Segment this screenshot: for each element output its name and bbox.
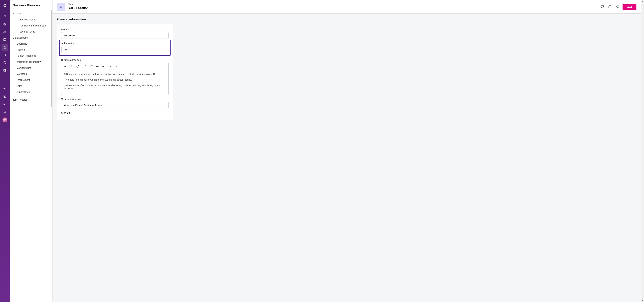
svg-point-19 (5, 81, 5, 81)
checkbox-icon[interactable] (2, 93, 8, 100)
header-actions: Save (600, 4, 636, 10)
rte-h2-button[interactable]: H2 (102, 65, 106, 68)
svg-line-32 (617, 7, 618, 7)
field-name: Name* (61, 28, 168, 39)
abbreviation-label: Abbreviation (62, 42, 168, 44)
main: Terms A/B Testing Save General informati… (52, 0, 641, 302)
more-icon[interactable] (2, 78, 8, 84)
book-icon[interactable] (2, 36, 8, 43)
abbreviation-input[interactable] (62, 46, 168, 53)
svg-point-1 (4, 15, 6, 17)
source-input[interactable] (61, 102, 168, 108)
activity-icon[interactable] (2, 101, 8, 107)
tree-item-finance[interactable]: Finance (10, 47, 52, 53)
clipboard-icon[interactable] (2, 44, 8, 51)
tree-item-security-terms[interactable]: Security Terms (10, 29, 52, 35)
app-root: RK Business Glossary ▾ Terms Business Te… (0, 0, 644, 302)
svg-point-20 (5, 82, 5, 82)
svg-rect-12 (5, 55, 6, 56)
svg-line-31 (617, 6, 618, 6)
svg-point-33 (84, 65, 84, 65)
inspect-icon[interactable] (2, 67, 8, 74)
svg-point-35 (84, 66, 84, 66)
tree-item-it[interactable]: Information Technology (10, 59, 52, 65)
tree-item-supply-chain[interactable]: Supply Chain (10, 89, 52, 95)
tree-group-terms[interactable]: ▾ Terms (10, 10, 52, 16)
svg-point-21 (4, 88, 5, 89)
tree-item-enterprise[interactable]: Enterprise (10, 41, 52, 47)
section-heading: General information (57, 17, 636, 21)
bell-icon[interactable] (2, 108, 8, 115)
tree-label: Terms (16, 12, 22, 15)
comment-icon[interactable] (600, 5, 604, 9)
rte-slash-button[interactable]: / (115, 65, 118, 68)
search-icon[interactable] (2, 13, 8, 20)
tree-item-manufacturing[interactable]: Manufacturing (10, 65, 52, 71)
svg-rect-10 (5, 54, 6, 54)
content-area: General information Name* Abbreviation B… (52, 13, 641, 302)
task-check-icon[interactable] (608, 5, 612, 9)
svg-line-2 (6, 17, 6, 18)
nav-rail: RK (0, 0, 10, 302)
svg-rect-27 (608, 5, 611, 8)
scroll-down-icon[interactable]: ▼ (641, 299, 644, 302)
field-definition: Business definition B I </> 123 (61, 59, 168, 95)
tree-item-business-terms[interactable]: Business Terms (10, 16, 52, 23)
rich-text-editor: B I </> 123 H1 H2 (61, 63, 168, 95)
name-label-text: Name (61, 28, 68, 31)
left-panel: Business Glossary ▾ Terms Business Terms… (10, 0, 52, 302)
tree: ▾ Terms Business Terms Key Performance I… (10, 10, 52, 302)
required-star: * (68, 28, 68, 31)
svg-text:3: 3 (90, 66, 90, 67)
svg-point-11 (4, 55, 4, 56)
highlighted-field-abbreviation: Abbreviation (59, 40, 170, 56)
tree-item-procurement[interactable]: Procurement (10, 77, 52, 83)
rte-code-button[interactable]: </> (76, 65, 80, 68)
svg-point-9 (4, 54, 4, 54)
name-label: Name* (61, 28, 168, 31)
hierarchy-icon[interactable] (2, 52, 8, 58)
breadcrumb[interactable]: Terms (68, 3, 600, 6)
tree-item-kpi[interactable]: Key Performance Indicator (10, 23, 52, 29)
save-button[interactable]: Save (622, 4, 636, 10)
shield-icon[interactable] (2, 59, 8, 66)
source-label: Term definition source (61, 98, 168, 101)
left-panel-title: Business Glossary (10, 0, 52, 10)
target-icon[interactable] (2, 21, 8, 27)
avatar[interactable]: RK (2, 117, 7, 122)
rte-ordered-list-button[interactable]: 123 (90, 64, 93, 68)
definition-label: Business definition (61, 59, 168, 61)
field-steward: Steward (61, 111, 168, 114)
steward-label: Steward (61, 111, 168, 114)
svg-rect-22 (4, 95, 6, 97)
rte-link-button[interactable] (108, 64, 112, 68)
window-scrollbar[interactable]: ▲ ▼ (641, 0, 644, 302)
crown-icon[interactable] (2, 28, 8, 35)
svg-point-5 (5, 24, 5, 24)
rte-bullet-list-button[interactable] (83, 64, 87, 68)
share-icon[interactable] (615, 5, 619, 9)
panel-scrollbar[interactable] (51, 10, 52, 107)
settings-icon[interactable] (2, 85, 8, 92)
field-source: Term definition source (61, 98, 168, 108)
name-input[interactable] (61, 32, 168, 39)
caret-down-icon: ▾ (13, 12, 15, 15)
svg-rect-15 (4, 69, 6, 71)
rte-toolbar: B I </> 123 H1 H2 (62, 63, 168, 70)
svg-point-18 (5, 80, 5, 80)
form-card: Name* Abbreviation Business definition B (57, 24, 172, 120)
svg-point-37 (84, 67, 84, 67)
scroll-up-icon[interactable]: ▲ (641, 0, 644, 3)
rte-h1-button[interactable]: H1 (96, 65, 99, 68)
definition-textarea[interactable]: A/B testing is a research method where t… (62, 70, 168, 95)
page-titles: Terms A/B Testing (68, 3, 600, 10)
tree-item-sales[interactable]: Sales (10, 83, 52, 89)
rte-italic-button[interactable]: I (70, 65, 73, 68)
tree-group-term-reports[interactable]: Term Reports (10, 97, 52, 103)
rte-bold-button[interactable]: B (64, 65, 67, 68)
tree-item-marketing[interactable]: Marketing (10, 71, 52, 77)
tree-group-data-domains[interactable]: Data Domains (10, 35, 52, 41)
tree-item-hr[interactable]: Human Resources (10, 53, 52, 59)
app-logo[interactable] (3, 3, 6, 8)
term-type-icon (57, 3, 65, 11)
